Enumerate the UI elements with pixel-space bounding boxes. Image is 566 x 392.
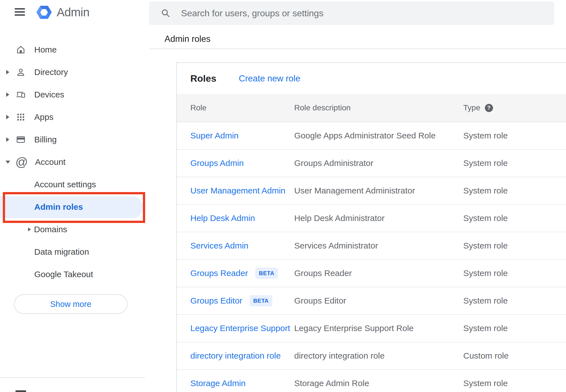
- roles-table-body: Super Admin Google Apps Administrator Se…: [177, 122, 566, 392]
- sidebar-item-google-takeout[interactable]: Google Takeout: [0, 263, 149, 286]
- sidebar-item-devices[interactable]: Devices: [0, 83, 149, 106]
- role-type: Custom role: [463, 351, 566, 361]
- sidebar-item-label: Account: [35, 157, 65, 167]
- role-link[interactable]: Help Desk Admin: [190, 213, 255, 223]
- role-type: System role: [463, 379, 566, 388]
- google-admin-console: Admin Home: [0, 0, 566, 392]
- hamburger-menu-icon[interactable]: [15, 8, 25, 16]
- role-type: System role: [463, 241, 566, 250]
- sidebar-item-account-settings[interactable]: Account settings: [0, 173, 149, 196]
- role-link[interactable]: Services Admin: [190, 241, 248, 250]
- role-description: Google Apps Administrator Seed Role: [294, 131, 463, 140]
- role-type: System role: [463, 158, 566, 168]
- sidebar-item-domains[interactable]: Domains: [0, 218, 149, 241]
- role-link[interactable]: Storage Admin: [190, 379, 246, 388]
- sidebar-item-label: Domains: [34, 225, 67, 234]
- role-description: directory integration role: [294, 351, 463, 361]
- table-row: User Management Admin User Management Ad…: [177, 177, 566, 205]
- cut-off-icon: [15, 390, 26, 392]
- sidebar-item-account[interactable]: @ Account: [0, 151, 149, 173]
- sidebar-item-label: Home: [34, 45, 57, 54]
- home-icon: [15, 43, 26, 56]
- breadcrumb: Admin roles: [165, 34, 211, 44]
- table-row: Groups Reader BETA Groups Reader System …: [177, 260, 566, 287]
- table-row: Groups Editor BETA Groups Editor System …: [177, 287, 566, 315]
- beta-badge: BETA: [255, 268, 278, 279]
- sidebar-item-data-migration[interactable]: Data migration: [0, 241, 149, 263]
- role-description: Legacy Enterprise Support Role: [294, 323, 463, 333]
- sidebar-item-label: Directory: [34, 67, 68, 77]
- expand-caret-icon[interactable]: [6, 137, 9, 142]
- table-row: Super Admin Google Apps Administrator Se…: [177, 122, 566, 150]
- search-bar[interactable]: [149, 1, 554, 25]
- role-description: Services Administrator: [294, 241, 463, 250]
- devices-icon: [15, 88, 26, 101]
- search-input[interactable]: [149, 1, 554, 25]
- role-description: Groups Reader: [294, 268, 463, 278]
- main-content: Admin roles Roles Create new role Role R…: [149, 0, 566, 392]
- sidebar-item-label: Apps: [34, 112, 53, 122]
- role-link[interactable]: Groups Reader: [190, 268, 248, 278]
- role-link[interactable]: Groups Editor: [190, 296, 242, 306]
- role-link[interactable]: Super Admin: [190, 131, 239, 140]
- table-header-row: Role Role description Type ?: [177, 94, 566, 122]
- sidebar: Admin Home: [0, 0, 149, 392]
- sidebar-item-label: Devices: [34, 90, 64, 99]
- role-link[interactable]: User Management Admin: [190, 186, 286, 195]
- admin-logo[interactable]: Admin: [36, 4, 90, 21]
- beta-badge: BETA: [250, 295, 272, 306]
- sidebar-divider: [0, 377, 145, 378]
- role-description: Groups Administrator: [294, 158, 463, 168]
- admin-hexagon-icon: [36, 4, 52, 20]
- card-title: Roles: [190, 73, 216, 84]
- collapse-caret-icon[interactable]: [6, 161, 10, 164]
- expand-caret-icon[interactable]: [28, 227, 31, 231]
- sidebar-item-label: Google Takeout: [34, 270, 93, 279]
- roles-card: Roles Create new role Role Role descript…: [176, 62, 566, 392]
- person-icon: [15, 66, 26, 79]
- expand-caret-icon[interactable]: [6, 115, 9, 119]
- column-header-role: Role: [177, 103, 294, 112]
- apps-grid-icon: [15, 111, 26, 124]
- role-link[interactable]: Groups Admin: [190, 158, 244, 168]
- role-type: System role: [463, 186, 566, 195]
- show-more-button[interactable]: Show more: [14, 294, 127, 314]
- role-description: Help Desk Administrator: [294, 213, 463, 223]
- credit-card-icon: [15, 133, 26, 146]
- column-header-type-label: Type: [463, 103, 480, 112]
- table-row: Legacy Enterprise Support Legacy Enterpr…: [177, 315, 566, 342]
- header-divider: [149, 49, 566, 49]
- role-type: System role: [463, 268, 566, 278]
- table-row: directory integration role directory int…: [177, 342, 566, 370]
- role-description: User Management Administrator: [294, 186, 463, 195]
- sidebar-item-label: Billing: [34, 135, 57, 144]
- table-row: Groups Admin Groups Administrator System…: [177, 150, 566, 177]
- table-row: Services Admin Services Administrator Sy…: [177, 232, 566, 260]
- roles-card-header: Roles Create new role: [177, 63, 566, 94]
- role-type: System role: [463, 131, 566, 140]
- sidebar-item-label: Data migration: [34, 247, 89, 257]
- sidebar-item-home[interactable]: Home: [0, 38, 149, 61]
- logo-text: Admin: [57, 6, 90, 19]
- column-header-type: Type ?: [463, 103, 566, 112]
- sidebar-item-billing[interactable]: Billing: [0, 128, 149, 151]
- sidebar-item-label: Admin roles: [34, 202, 83, 212]
- role-type: System role: [463, 213, 566, 223]
- role-link[interactable]: Legacy Enterprise Support: [190, 323, 290, 333]
- role-description: Groups Editor: [294, 296, 463, 306]
- sidebar-item-directory[interactable]: Directory: [0, 61, 149, 83]
- role-type: System role: [463, 323, 566, 333]
- create-new-role-link[interactable]: Create new role: [239, 74, 300, 84]
- role-link[interactable]: directory integration role: [190, 351, 281, 361]
- sidebar-item-apps[interactable]: Apps: [0, 106, 149, 128]
- help-icon[interactable]: ?: [485, 104, 493, 112]
- sidebar-nav: Home Directory: [0, 38, 149, 286]
- column-header-description: Role description: [294, 103, 463, 112]
- role-description: Storage Admin Role: [294, 379, 463, 388]
- sidebar-item-admin-roles[interactable]: Admin roles: [0, 196, 149, 218]
- expand-caret-icon[interactable]: [6, 92, 9, 97]
- at-sign-icon: @: [16, 156, 27, 168]
- table-row: Help Desk Admin Help Desk Administrator …: [177, 205, 566, 232]
- role-type: System role: [463, 296, 566, 306]
- expand-caret-icon[interactable]: [6, 70, 9, 74]
